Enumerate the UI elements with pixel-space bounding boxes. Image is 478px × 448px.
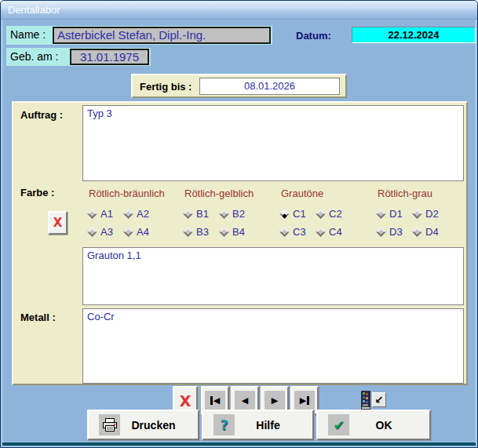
shade-option-c1[interactable]: C1	[281, 208, 316, 220]
diamond-radio-icon	[316, 227, 326, 237]
shade-option-b3[interactable]: B3	[184, 226, 219, 238]
shade-option-a1[interactable]: A1	[89, 208, 123, 220]
ok-button[interactable]: ✔ OK	[316, 410, 431, 440]
diamond-radio-icon	[123, 209, 133, 219]
dentallabor-dialog: Dentallabor Name : Asterbickel Stefan, D…	[0, 0, 478, 448]
shade-option-c4[interactable]: C4	[317, 226, 352, 238]
shade-group-header: Rötlich-gelblich	[184, 188, 254, 199]
due-date-label: Fertig bis :	[140, 81, 192, 93]
shade-note-textarea[interactable]: Grauton 1,1	[82, 247, 464, 305]
print-button-label: Drucken	[120, 419, 187, 432]
shade-clear-button[interactable]: X	[48, 211, 68, 235]
printer-icon	[99, 414, 120, 435]
diamond-radio-icon	[123, 227, 133, 237]
help-button-label: Hilfe	[235, 419, 301, 432]
name-label: Name :	[10, 28, 46, 41]
diamond-radio-icon	[316, 209, 326, 219]
diamond-radio-icon	[219, 227, 229, 237]
name-field[interactable]: Asterbickel Stefan, Dipl.-Ing.	[53, 27, 271, 44]
shade-option-d2[interactable]: D2	[414, 208, 448, 220]
diamond-radio-icon	[412, 227, 422, 237]
shade-option-b4[interactable]: B4	[221, 226, 255, 238]
shade-option-b2[interactable]: B2	[221, 208, 255, 220]
main-panel: Auftrag : Typ 3 Farbe : X Rötlich-bräunl…	[12, 101, 468, 385]
birthdate-label: Geb. am :	[10, 50, 58, 63]
shade-option-a2[interactable]: A2	[125, 208, 159, 220]
help-button[interactable]: ? Hilfe	[202, 410, 314, 440]
green-check-icon: ✔	[328, 414, 349, 435]
next-record-icon: ▶	[265, 391, 285, 411]
first-record-icon: ◀	[205, 391, 225, 411]
last-record-icon: ▶	[294, 391, 315, 411]
title-bar[interactable]: Dentallabor	[1, 1, 477, 20]
print-button[interactable]: Drucken	[87, 410, 199, 440]
shade-group-header: Rötlich-bräunlich	[89, 188, 165, 199]
shade-option-d3[interactable]: D3	[378, 226, 412, 238]
order-label: Auftrag :	[20, 109, 63, 121]
order-textarea[interactable]: Typ 3	[82, 105, 464, 181]
diamond-radio-icon	[412, 209, 422, 219]
diamond-radio-icon	[219, 209, 229, 219]
shade-group-reddish-gray: D1 D2 D3 D4	[378, 208, 448, 238]
shade-group-header: Rötlich-grau	[378, 188, 432, 199]
diamond-radio-icon	[183, 209, 193, 219]
shade-option-d4[interactable]: D4	[414, 226, 448, 238]
diamond-radio-icon	[87, 227, 97, 237]
shade-guide-icon	[361, 391, 370, 410]
diamond-radio-icon	[87, 209, 97, 219]
diamond-radio-icon	[376, 209, 386, 219]
due-date-field[interactable]: 08.01.2026	[199, 78, 340, 95]
shade-group-reddish-yellow: B1 B2 B3 B4	[184, 208, 255, 238]
shade-group-reddish-brown: A1 A2 A3 A4	[89, 208, 159, 238]
diamond-radio-icon	[279, 209, 290, 219]
shade-option-a4[interactable]: A4	[125, 226, 159, 238]
shade-option-b1[interactable]: B1	[184, 208, 219, 220]
diamond-radio-icon	[376, 227, 386, 237]
diagonal-arrow-icon: ↙	[375, 394, 384, 406]
metal-textarea[interactable]: Co-Cr	[82, 308, 464, 384]
shade-option-c2[interactable]: C2	[317, 208, 352, 220]
shade-option-d1[interactable]: D1	[378, 208, 412, 220]
metal-label: Metall :	[20, 311, 56, 323]
shade-option-c3[interactable]: C3	[281, 226, 316, 238]
apply-shade-arrow-button[interactable]: ↙	[372, 392, 386, 407]
birthdate-field[interactable]: 31.01.1975	[70, 49, 149, 65]
shade-section-label: Farbe :	[20, 187, 54, 199]
date-label: Datum:	[296, 30, 331, 42]
shade-group-header: Grautöne	[281, 188, 323, 199]
diamond-radio-icon	[279, 227, 290, 237]
ok-button-label: OK	[349, 419, 418, 432]
date-field[interactable]: 22.12.2024	[352, 27, 476, 43]
previous-record-icon: ◀	[235, 391, 255, 411]
window-bottom-border	[2, 443, 476, 446]
due-date-panel: Fertig bis : 08.01.2026	[131, 74, 347, 98]
diamond-radio-icon	[183, 227, 193, 237]
shade-option-a3[interactable]: A3	[89, 226, 123, 238]
window-title: Dentallabor	[8, 4, 60, 16]
shade-group-gray-tones: C1 C2 C3 C4	[281, 208, 352, 238]
question-mark-icon: ?	[213, 414, 235, 435]
